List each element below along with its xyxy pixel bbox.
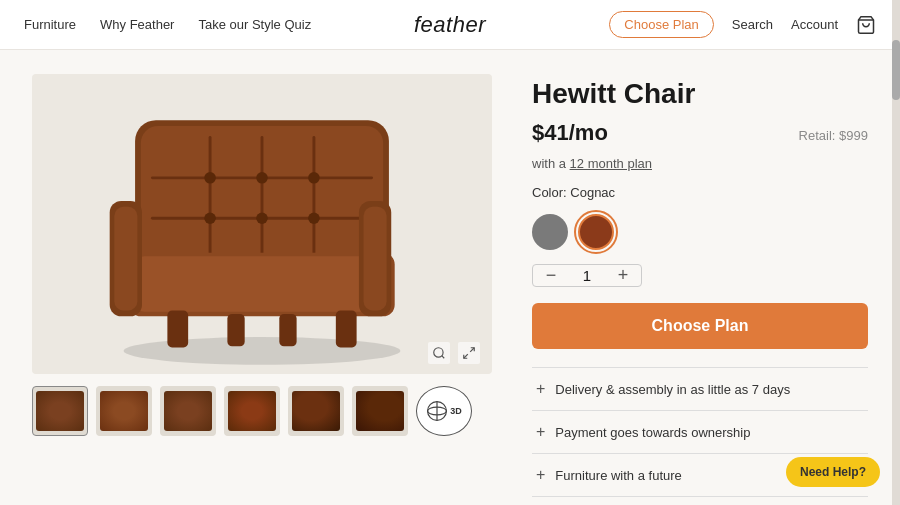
product-main-image [32,74,492,374]
color-label: Color: Cognac [532,185,868,200]
3d-label: 3D [450,406,462,416]
retail-price: Retail: $999 [799,128,868,143]
main-content: 3D Hewitt Chair $41/mo Retail: $999 with… [0,50,900,505]
swatch-gray[interactable] [532,214,568,250]
product-price: $41/mo [532,120,608,146]
quantity-selector: − 1 + [532,264,642,287]
product-info-section: Hewitt Chair $41/mo Retail: $999 with a … [532,74,868,481]
accordion-item-2[interactable]: + Payment goes towards ownership [532,411,868,454]
product-image-section: 3D [32,74,492,481]
quantity-value: 1 [569,267,605,284]
site-logo: feather [414,12,486,38]
svg-rect-22 [227,314,244,346]
main-image-container [32,74,492,374]
nav-account[interactable]: Account [791,17,838,32]
svg-point-11 [308,172,320,184]
nav-why-feather[interactable]: Why Feather [100,17,174,32]
nav-choose-plan-button[interactable]: Choose Plan [609,11,713,38]
product-title: Hewitt Chair [532,78,868,110]
svg-point-13 [256,212,268,224]
svg-rect-18 [114,207,137,311]
nav-right: Choose Plan Search Account [609,11,876,38]
navbar: Furniture Why Feather Take our Style Qui… [0,0,900,50]
svg-point-10 [256,172,268,184]
svg-line-26 [442,356,445,359]
svg-point-1 [124,337,401,365]
color-swatches [532,214,868,250]
view-3d-button[interactable]: 3D [416,386,472,436]
thumbnail-3[interactable] [160,386,216,436]
accordion-plus-icon-1: + [536,380,545,398]
thumbnail-1[interactable] [32,386,88,436]
swatch-cognac[interactable] [578,214,614,250]
thumbnail-6[interactable] [352,386,408,436]
image-controls [428,342,480,364]
thumbnail-5[interactable] [288,386,344,436]
thumbnail-strip: 3D [32,386,492,436]
svg-point-12 [204,212,216,224]
accordion-label-1: Delivery & assembly in as little as 7 da… [555,382,790,397]
plan-link[interactable]: 12 month plan [570,156,652,171]
svg-rect-21 [167,311,188,348]
accordion-plus-icon-2: + [536,423,545,441]
cart-icon[interactable] [856,15,876,35]
svg-rect-16 [135,256,389,311]
price-row: $41/mo Retail: $999 [532,120,868,146]
thumbnail-2[interactable] [96,386,152,436]
svg-point-9 [204,172,216,184]
quantity-decrease-button[interactable]: − [533,265,569,286]
svg-rect-24 [336,311,357,348]
accordion-label-3: Furniture with a future [555,468,681,483]
svg-line-28 [464,354,468,358]
scrollbar-thumb[interactable] [892,40,900,100]
nav-furniture[interactable]: Furniture [24,17,76,32]
svg-point-25 [434,348,443,357]
plan-note: with a 12 month plan [532,156,868,171]
svg-rect-23 [279,314,296,346]
scrollbar[interactable] [892,0,900,505]
3d-icon [426,400,448,422]
accordion-label-2: Payment goes towards ownership [555,425,750,440]
thumbnail-4[interactable] [224,386,280,436]
svg-point-14 [308,212,320,224]
plan-note-text: with a [532,156,566,171]
quantity-increase-button[interactable]: + [605,265,641,286]
fullscreen-icon[interactable] [458,342,480,364]
nav-search[interactable]: Search [732,17,773,32]
nav-left: Furniture Why Feather Take our Style Qui… [24,17,311,32]
choose-plan-button[interactable]: Choose Plan [532,303,868,349]
nav-style-quiz[interactable]: Take our Style Quiz [198,17,311,32]
zoom-icon[interactable] [428,342,450,364]
svg-rect-20 [364,207,387,311]
accordion-plus-icon-3: + [536,466,545,484]
svg-line-27 [470,348,474,352]
accordion-item-1[interactable]: + Delivery & assembly in as little as 7 … [532,368,868,411]
need-help-button[interactable]: Need Help? [786,457,880,487]
